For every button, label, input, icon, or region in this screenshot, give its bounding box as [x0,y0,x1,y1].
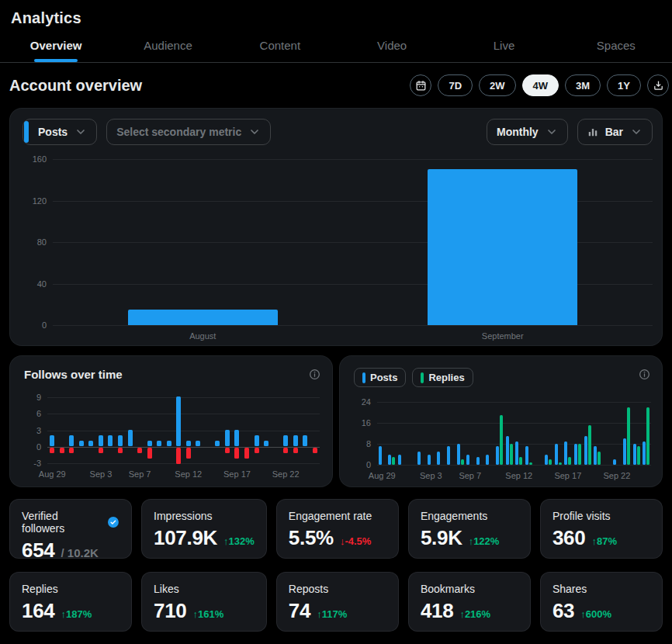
follows-bar[interactable] [50,435,54,446]
range-3m-button[interactable]: 3M [565,74,601,96]
follows-bar[interactable] [128,430,133,446]
follows-bar[interactable] [186,441,191,446]
unfollows-bar[interactable] [255,448,259,453]
unfollows-bar[interactable] [60,448,64,453]
posts-bar[interactable] [623,438,626,465]
info-icon[interactable] [638,368,651,381]
unfollows-bar[interactable] [118,448,123,453]
range-1y-button[interactable]: 1Y [607,74,641,96]
posts-bar[interactable] [594,446,597,465]
follows-bar[interactable] [303,435,307,446]
unfollows-bar[interactable] [313,448,317,453]
follows-bar[interactable] [176,396,181,446]
unfollows-bar[interactable] [99,448,103,453]
replies-bar[interactable] [598,452,601,465]
range-4w-button[interactable]: 4W [522,74,559,96]
posts-bar[interactable] [584,436,587,465]
replies-bar[interactable] [637,446,640,465]
unfollows-bar[interactable] [234,448,239,459]
replies-bar[interactable] [588,425,591,465]
posts-bar[interactable] [417,452,421,465]
posts-bar[interactable] [496,446,499,465]
follows-bar[interactable] [293,435,298,446]
follows-bar[interactable] [264,441,268,446]
follows-bar[interactable] [118,435,123,446]
replies-bar[interactable] [461,459,464,465]
posts-bar[interactable] [447,446,450,465]
replies-bar[interactable] [559,462,562,465]
posts-bar[interactable] [545,455,548,466]
replies-bar[interactable] [627,407,630,465]
unfollows-bar[interactable] [186,448,191,459]
posts-bar[interactable] [633,444,636,465]
tab-content[interactable]: Content [224,29,336,62]
tab-live[interactable]: Live [448,29,559,62]
follows-bar[interactable] [79,441,84,446]
range-7d-button[interactable]: 7D [438,74,473,96]
follows-bar[interactable] [283,435,288,446]
replies-bar[interactable] [549,459,552,465]
unfollows-bar[interactable] [137,448,142,453]
posts-bar[interactable] [525,446,528,465]
bar-august[interactable] [128,310,278,325]
follows-bar[interactable] [196,441,200,446]
legend-chip-posts[interactable]: Posts [354,368,406,387]
unfollows-bar[interactable] [69,448,74,453]
follows-bar[interactable] [234,430,239,446]
chart-type-dropdown[interactable]: Bar [577,119,653,145]
replies-bar[interactable] [578,444,581,465]
follows-bar[interactable] [99,435,103,446]
posts-bar[interactable] [388,455,391,466]
range-2w-button[interactable]: 2W [479,74,516,96]
follows-bar[interactable] [167,441,171,446]
unfollows-bar[interactable] [244,448,249,459]
follows-bar[interactable] [147,441,152,446]
follows-bar[interactable] [88,441,93,446]
replies-bar[interactable] [510,444,513,465]
replies-bar[interactable] [392,457,395,465]
unfollows-bar[interactable] [176,448,181,464]
calendar-button[interactable] [410,74,431,96]
posts-bar[interactable] [428,455,431,466]
bar-september[interactable] [428,169,577,325]
unfollows-bar[interactable] [147,448,152,459]
unfollows-bar[interactable] [283,448,288,453]
tab-overview[interactable]: Overview [0,29,112,62]
follows-bar[interactable] [215,441,220,446]
posts-bar[interactable] [398,455,401,466]
unfollows-bar[interactable] [50,448,54,453]
posts-bar[interactable] [515,441,518,465]
follows-bar[interactable] [255,435,259,446]
posts-bar[interactable] [574,444,577,465]
posts-bar[interactable] [506,436,509,465]
info-icon[interactable] [308,368,321,381]
follows-bar[interactable] [157,441,161,446]
posts-bar[interactable] [379,446,382,465]
replies-bar[interactable] [646,407,649,465]
posts-bar[interactable] [457,444,460,465]
posts-bar[interactable] [564,441,567,465]
posts-bar[interactable] [476,457,480,465]
posts-bar[interactable] [613,459,616,465]
tab-audience[interactable]: Audience [112,29,223,62]
follows-bar[interactable] [69,435,74,446]
export-button[interactable] [647,74,669,96]
replies-bar[interactable] [529,462,532,465]
posts-bar[interactable] [486,455,489,466]
replies-bar[interactable] [519,457,522,465]
unfollows-bar[interactable] [293,448,298,453]
posts-bar[interactable] [466,455,469,466]
follows-bar[interactable] [108,435,113,446]
secondary-metric-dropdown[interactable]: Select secondary metric [106,119,271,145]
posts-bar[interactable] [555,444,558,465]
unfollows-bar[interactable] [225,448,230,453]
legend-chip-replies[interactable]: Replies [412,368,473,387]
granularity-dropdown[interactable]: Monthly [487,119,568,145]
tab-video[interactable]: Video [336,29,448,62]
tab-spaces[interactable]: Spaces [560,29,672,62]
posts-bar[interactable] [643,441,646,465]
primary-metric-dropdown[interactable]: Posts [23,119,97,145]
replies-bar[interactable] [500,415,503,465]
posts-bar[interactable] [437,452,440,465]
replies-bar[interactable] [568,457,571,465]
